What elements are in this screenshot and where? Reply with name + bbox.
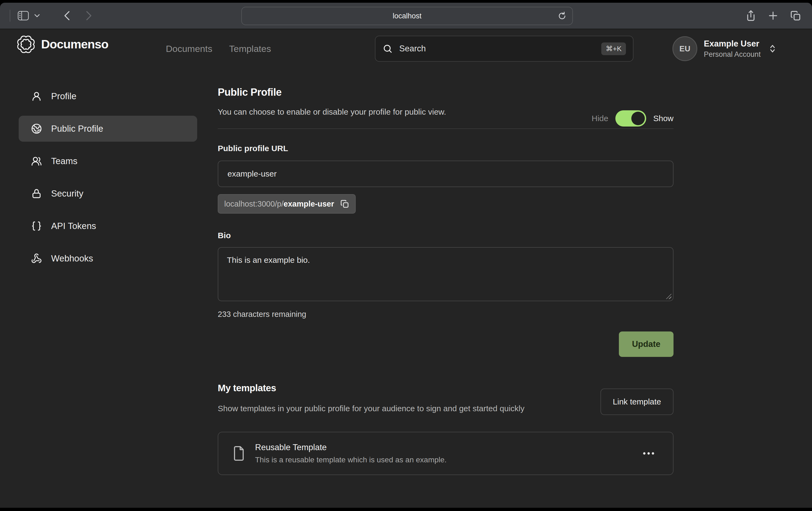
brand-name: Documenso xyxy=(41,37,109,51)
sidebar-item-label: Webhooks xyxy=(51,253,93,264)
account-menu[interactable]: EU Example User Personal Account xyxy=(672,36,777,62)
url-field-label: Public profile URL xyxy=(218,144,673,153)
address-bar-url: localhost xyxy=(393,12,422,20)
profile-url-input[interactable] xyxy=(218,160,673,187)
my-templates-text: My templates Show templates in your publ… xyxy=(218,383,524,415)
user-icon xyxy=(31,91,42,102)
globe-icon xyxy=(31,123,42,134)
visibility-toggle-row: Hide Show xyxy=(591,110,673,126)
chevrons-up-down-icon xyxy=(768,44,777,54)
update-row: Update xyxy=(218,331,673,357)
app-body: Profile Public Profile xyxy=(0,68,812,508)
sidebar-toggle-icon[interactable] xyxy=(17,10,29,21)
section-header: Public Profile Hide Show You can choose … xyxy=(218,87,673,117)
top-nav: Documents Templates xyxy=(166,29,271,68)
new-tab-icon[interactable] xyxy=(767,10,779,21)
bio-field-label: Bio xyxy=(218,231,673,240)
my-templates-header: My templates Show templates in your publ… xyxy=(218,383,673,415)
profile-url-copy-button[interactable]: localhost:3000/p/example-user xyxy=(218,194,356,214)
settings-sidebar: Profile Public Profile xyxy=(19,83,197,278)
account-name: Example User xyxy=(704,39,761,49)
copy-icon xyxy=(340,199,349,208)
forward-icon[interactable] xyxy=(85,10,92,21)
template-menu-button[interactable] xyxy=(639,449,659,458)
sidebar-item-public-profile[interactable]: Public Profile xyxy=(19,116,197,142)
sidebar-item-label: Teams xyxy=(51,156,77,166)
address-bar[interactable]: localhost xyxy=(241,7,573,25)
template-name: Reusable Template xyxy=(255,443,446,452)
toggle-knob xyxy=(631,112,645,125)
sidebar-item-security[interactable]: Security xyxy=(19,181,197,207)
page-title: Public Profile xyxy=(218,87,673,98)
profile-visibility-toggle[interactable] xyxy=(615,110,646,126)
reload-icon[interactable] xyxy=(557,11,567,21)
documenso-seal-icon xyxy=(17,36,35,53)
bio-field-wrap: This is an example bio. xyxy=(218,247,673,302)
nav-documents[interactable]: Documents xyxy=(166,43,212,54)
toolbar-chevron-down-icon[interactable] xyxy=(34,14,40,18)
sidebar-item-webhooks[interactable]: Webhooks xyxy=(19,245,197,271)
webhook-icon xyxy=(31,253,42,264)
section-divider xyxy=(218,128,673,129)
app-page: Documenso Documents Templates ⌘+K EU Exa… xyxy=(0,29,812,508)
bio-textarea[interactable]: This is an example bio. xyxy=(218,247,673,301)
braces-icon xyxy=(31,221,42,232)
template-description: This is a reusable template which is use… xyxy=(255,456,446,464)
search-shortcut-badge: ⌘+K xyxy=(601,42,626,55)
toolbar-divider xyxy=(10,10,10,22)
back-icon[interactable] xyxy=(63,10,70,21)
search-input[interactable] xyxy=(399,43,601,54)
tab-overview-icon[interactable] xyxy=(790,10,801,21)
browser-window: localhost xyxy=(0,0,812,511)
users-icon xyxy=(31,156,42,167)
file-icon xyxy=(232,445,245,461)
app-header: Documenso Documents Templates ⌘+K EU Exa… xyxy=(0,29,812,68)
url-slug: example-user xyxy=(284,200,334,208)
account-type: Personal Account xyxy=(704,50,761,59)
sidebar-item-label: Profile xyxy=(51,91,77,101)
account-text: Example User Personal Account xyxy=(704,39,761,59)
template-info: Reusable Template This is a reusable tem… xyxy=(255,443,446,464)
profile-url-preview: localhost:3000/p/example-user xyxy=(224,200,334,208)
update-button[interactable]: Update xyxy=(619,331,673,357)
sidebar-item-teams[interactable]: Teams xyxy=(19,148,197,174)
public-profile-settings: Public Profile Hide Show You can choose … xyxy=(218,68,673,475)
sidebar-item-profile[interactable]: Profile xyxy=(19,83,197,109)
search-icon xyxy=(382,43,393,54)
nav-templates[interactable]: Templates xyxy=(229,43,271,54)
toggle-hide-label: Hide xyxy=(591,114,608,123)
sidebar-item-api-tokens[interactable]: API Tokens xyxy=(19,213,197,239)
my-templates-description: Show templates in your public profile fo… xyxy=(218,402,524,415)
share-icon[interactable] xyxy=(746,10,756,22)
link-template-button[interactable]: Link template xyxy=(601,389,673,415)
sidebar-item-label: API Tokens xyxy=(51,221,96,231)
sidebar-item-label: Security xyxy=(51,188,83,199)
toggle-show-label: Show xyxy=(653,114,673,123)
url-prefix: localhost:3000/p/ xyxy=(224,200,284,208)
my-templates-title: My templates xyxy=(218,383,524,393)
ellipsis-icon xyxy=(642,452,656,455)
browser-toolbar: localhost xyxy=(0,3,812,29)
avatar: EU xyxy=(672,36,697,61)
characters-remaining: 233 characters remaining xyxy=(218,310,673,319)
lock-icon xyxy=(31,188,42,199)
sidebar-item-label: Public Profile xyxy=(51,124,103,134)
template-card: Reusable Template This is a reusable tem… xyxy=(218,432,673,475)
brand-logo[interactable]: Documenso xyxy=(17,36,109,53)
search-bar[interactable]: ⌘+K xyxy=(375,36,634,62)
